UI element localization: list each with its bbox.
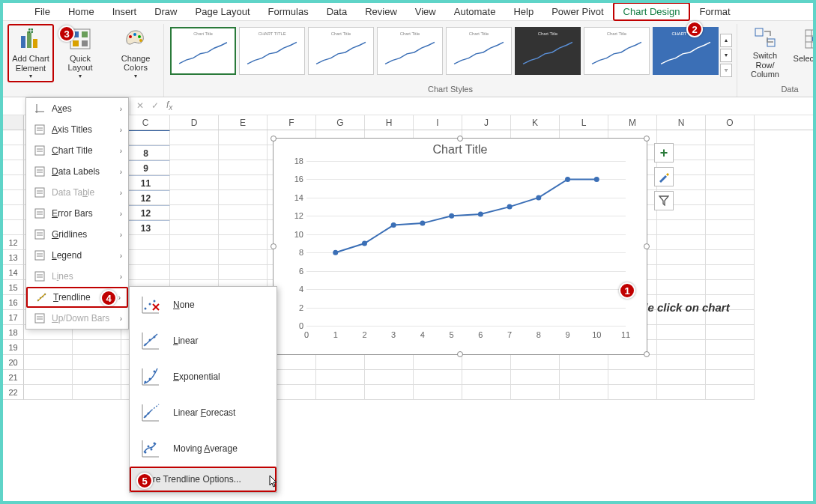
dropdown-item-error-bars[interactable]: Error Bars› [26,203,128,224]
cell-M22[interactable] [608,385,657,400]
cell-O5[interactable] [706,130,755,145]
cell-J21[interactable] [462,370,511,385]
fx-cancel-icon[interactable]: ✕ [136,100,144,111]
add-chart-element-button[interactable]: Add Chart Element ▾ [7,24,54,82]
chart-plot-area[interactable]: 02468101214161801234567891011 [306,161,626,326]
cell-G20[interactable] [316,355,365,370]
cell-O15[interactable] [706,280,755,295]
cell-N19[interactable] [657,340,706,355]
row-header-22[interactable]: 22 [3,385,24,400]
cell-E11[interactable] [219,220,268,235]
row-header-8[interactable] [3,175,24,190]
cell-D8[interactable] [170,175,219,190]
cell-E5[interactable] [219,130,268,145]
menu-data[interactable]: Data [318,4,356,19]
col-header-M[interactable]: M [608,115,657,130]
dropdown-item-legend[interactable]: Legend› [26,245,128,266]
cell-O7[interactable] [706,160,755,175]
cell-L21[interactable] [560,370,608,385]
cell-E13[interactable] [219,250,268,265]
row-header-12[interactable]: 12 [3,235,24,250]
cell-D10[interactable] [170,205,219,220]
chart-styles-scroll[interactable]: ▴▾▿ [720,27,732,83]
cell-B21[interactable] [73,370,121,385]
cell-A22[interactable] [24,385,73,400]
cell-N22[interactable] [657,385,706,400]
col-header-H[interactable]: H [365,115,414,130]
cell-O6[interactable] [706,145,755,160]
cell-G21[interactable] [316,370,365,385]
menu-automate[interactable]: Automate [445,4,505,19]
cell-B19[interactable] [73,340,121,355]
col-header-L[interactable]: L [560,115,608,130]
chart-line-series[interactable] [306,161,626,326]
chart-style-8[interactable]: CHART TITLE [653,27,719,75]
fx-icon[interactable]: fx [166,100,172,112]
cell-K21[interactable] [511,370,560,385]
dropdown-item-gridlines[interactable]: Gridlines› [26,224,128,245]
menu-chart-design[interactable]: Chart Design [613,2,691,21]
cell-O9[interactable] [706,190,755,205]
col-header-J[interactable]: J [462,115,511,130]
trendline-exponential[interactable]: Exponential [130,359,276,395]
chart-style-2[interactable]: CHART TITLE [239,27,305,75]
menu-page-layout[interactable]: Page Layout [187,4,259,19]
dropdown-item-data-labels[interactable]: Data Labels› [26,161,128,182]
row-header-20[interactable]: 20 [3,355,24,370]
cell-A21[interactable] [24,370,73,385]
cell-M21[interactable] [608,370,657,385]
cell-G22[interactable] [316,385,365,400]
embedded-chart[interactable]: Chart Title 0246810121416180123456789101… [273,138,647,355]
col-header-O[interactable]: O [706,115,755,130]
trendline-linear[interactable]: Linear [130,323,276,359]
chart-style-3[interactable]: Chart Title [308,27,374,75]
cell-O10[interactable] [706,205,755,220]
cell-N18[interactable] [657,325,706,340]
menu-power-pivot[interactable]: Power Pivot [543,4,612,19]
menu-home[interactable]: Home [59,4,103,19]
cell-I22[interactable] [414,385,462,400]
chart-styles-button[interactable] [654,167,674,186]
row-header-9[interactable] [3,190,24,205]
menu-view[interactable]: View [406,4,445,19]
cell-L20[interactable] [560,355,608,370]
cell-E8[interactable] [219,175,268,190]
cell-K22[interactable] [511,385,560,400]
cell-O21[interactable] [706,370,755,385]
menu-file[interactable]: File [25,4,59,19]
cell-E7[interactable] [219,160,268,175]
cell-H20[interactable] [365,355,414,370]
cell-I20[interactable] [414,355,462,370]
row-header-10[interactable] [3,205,24,220]
cell-E9[interactable] [219,190,268,205]
switch-row-column-button[interactable]: Switch Row/ Column [742,24,788,82]
cell-D9[interactable] [170,190,219,205]
menu-review[interactable]: Review [356,4,406,19]
cell-D12[interactable] [170,235,219,250]
cell-N11[interactable] [657,220,706,235]
cell-N13[interactable] [657,250,706,265]
chart-style-7[interactable]: Chart Title [584,27,650,75]
cell-N12[interactable] [657,235,706,250]
row-header-5[interactable] [3,130,24,145]
col-header-N[interactable]: N [657,115,706,130]
cell-N14[interactable] [657,265,706,280]
chart-elements-button[interactable]: + [654,143,674,163]
cell-D13[interactable] [170,250,219,265]
row-header-13[interactable]: 13 [3,250,24,265]
col-header-D[interactable]: D [170,115,219,130]
menu-formulas[interactable]: Formulas [259,4,318,19]
cell-B22[interactable] [73,385,121,400]
trendline-moving-average[interactable]: Moving Average [130,431,276,467]
cell-D11[interactable] [170,220,219,235]
cell-O20[interactable] [706,355,755,370]
cell-J20[interactable] [462,355,511,370]
change-colors-button[interactable]: Change Colors ▾ [112,24,159,82]
cell-H21[interactable] [365,370,414,385]
row-header-18[interactable]: 18 [3,325,24,340]
cell-A19[interactable] [24,340,73,355]
cell-D6[interactable] [170,145,219,160]
menu-help[interactable]: Help [504,4,543,19]
cell-N20[interactable] [657,355,706,370]
row-header-14[interactable]: 14 [3,265,24,280]
